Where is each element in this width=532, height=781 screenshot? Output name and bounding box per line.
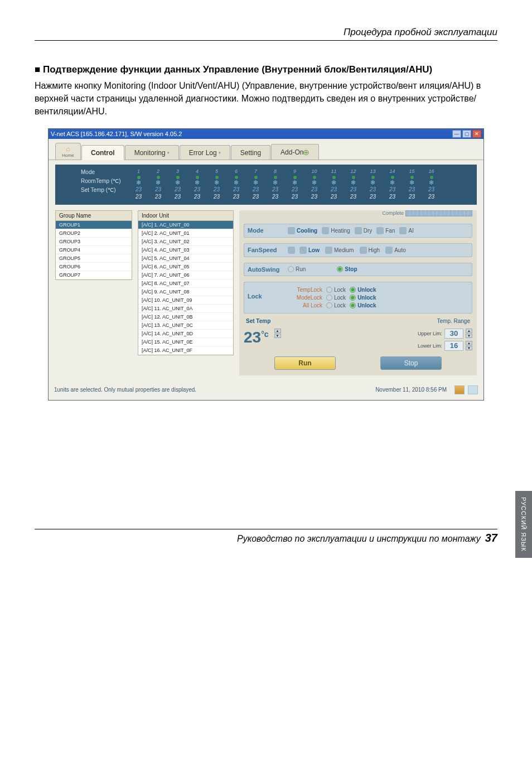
status-col[interactable]: 10❄2323 [307,168,322,200]
unit-item[interactable]: [A/C] 4. AC_UNIT_03 [138,246,233,254]
unit-item[interactable]: [A/C] 16. AC_UNIT_0F [138,346,233,355]
group-item[interactable]: GROUP3 [56,238,132,246]
unit-item[interactable]: [A/C] 15. AC_UNIT_0E [138,338,233,346]
mode-option[interactable]: AI [399,227,413,234]
unit-item[interactable]: [A/C] 7. AC_UNIT_06 [138,271,233,279]
titlebar: V-net ACS [165.186.42.171], S/W version … [49,129,483,139]
status-col[interactable]: 9❄2323 [287,168,303,200]
unit-item[interactable]: [A/C] 8. AC_UNIT_07 [138,279,233,288]
fanspeed-option[interactable]: Auto [385,247,406,254]
unlock-option[interactable]: Unlock [350,302,376,308]
section-body: Нажмите кнопку Monitoring (Indoor Unit/V… [35,79,497,118]
unit-item[interactable]: [A/C] 5. AC_UNIT_04 [138,254,233,263]
unit-item[interactable]: [A/C] 11. AC_UNIT_0A [138,305,233,313]
unit-item[interactable]: [A/C] 12. AC_UNIT_0B [138,313,233,321]
tab-monitoring[interactable]: Monitoring▾ [125,145,179,160]
fanspeed-option[interactable]: Low [299,247,320,254]
app-window: V-net ACS [165.186.42.171], S/W version … [48,128,484,401]
set-temp-value: 23°c [244,329,269,346]
settemp-stepper[interactable]: ▲▼ [274,329,281,338]
plus-icon: ⊕ [303,148,309,157]
upper-limit-label: Upper Lim: [411,331,442,336]
group-item[interactable]: GROUP4 [56,246,132,254]
status-col[interactable]: 16❄2323 [424,168,439,200]
fanspeed-group: FanSpeed LowMediumHighAuto [244,243,472,257]
maximize-button[interactable]: ▢ [462,130,471,138]
unit-item[interactable]: [A/C] 9. AC_UNIT_08 [138,288,233,296]
group-item[interactable]: GROUP1 [56,221,132,229]
unit-item[interactable]: [A/C] 3. AC_UNIT_02 [138,238,233,246]
status-col[interactable]: 8❄2323 [268,168,283,200]
tab-setting[interactable]: Setting [231,145,270,160]
complete-label: Complete [382,210,404,216]
unlock-option[interactable]: Unlock [350,295,376,301]
status-col[interactable]: 7❄2323 [248,168,264,200]
page-number: 37 [485,532,497,544]
status-col[interactable]: 1❄2323 [131,168,147,200]
monitor-icon[interactable] [468,385,478,394]
status-message: 1units are selected. Only mutual propert… [54,387,196,393]
unit-item[interactable]: [A/C] 2. AC_UNIT_01 [138,229,233,238]
unit-item[interactable]: [A/C] 10. AC_UNIT_09 [138,296,233,305]
running-header: Процедура пробной эксплуатации [35,27,497,38]
control-panel: Complete Mode CoolingHeatingDryFanAI Fan… [239,210,477,375]
lock-group: Lock TempLockLockUnlockModeLockLockUnloc… [244,282,472,314]
fanspeed-option[interactable]: High [360,247,380,254]
tab-home[interactable]: ⌂ Home [55,143,81,160]
group-item[interactable]: GROUP7 [56,271,132,279]
stop-button[interactable]: Stop [380,356,442,370]
tab-addon[interactable]: Add-On⊕ [271,144,319,160]
chevron-down-icon: ▾ [167,151,170,155]
tab-errorlog[interactable]: Error Log▾ [180,145,230,160]
footer-caption: Руководство по эксплуатации и инструкции… [237,534,481,544]
fanspeed-option[interactable]: Medium [325,247,354,254]
lock-option[interactable]: Lock [326,295,346,301]
status-col[interactable]: 3❄2323 [170,168,186,200]
autoswing-group: AutoSwing Run Stop [244,263,472,276]
status-col[interactable]: 6❄2323 [229,168,244,200]
unit-item[interactable]: [A/C] 6. AC_UNIT_05 [138,263,233,271]
upper-limit-value: 30 [444,329,463,339]
lock-row: ModeLockLockUnlock [288,295,468,301]
alert-icon[interactable] [454,385,465,394]
status-col[interactable]: 2❄2323 [151,168,166,200]
group-item[interactable]: GROUP5 [56,254,132,263]
window-title: V-net ACS [165.186.42.171], S/W version … [51,131,182,137]
autoswing-stop[interactable]: Stop [337,266,357,272]
mode-option[interactable]: Cooling [288,227,317,234]
mode-option[interactable]: Fan [376,227,395,234]
unit-item[interactable]: [A/C] 13. AC_UNIT_0C [138,321,233,330]
status-col[interactable]: 11❄2323 [326,168,342,200]
group-item[interactable]: GROUP6 [56,263,132,271]
mode-option[interactable]: Dry [355,227,373,234]
datetime: November 11, 2010 8:56 PM [375,387,447,393]
upper-limit-stepper[interactable]: ▲▼ [466,329,472,338]
status-col[interactable]: 14❄2323 [385,168,400,200]
progress-bar [405,210,472,216]
lock-option[interactable]: Lock [326,302,346,308]
status-col[interactable]: 4❄2323 [190,168,205,200]
lock-option[interactable]: Lock [326,287,346,293]
chevron-down-icon: ▾ [219,151,221,155]
roomtemp-label: RoomTemp (℃) [81,177,121,186]
autoswing-run[interactable]: Run [288,266,306,272]
status-col[interactable]: 15❄2323 [404,168,420,200]
group-list: Group Name GROUP1GROUP2GROUP3GROUP4GROUP… [55,210,132,280]
status-col[interactable]: 12❄2323 [346,168,361,200]
lock-row: TempLockLockUnlock [288,287,468,293]
group-item[interactable]: GROUP2 [56,229,132,238]
status-col[interactable]: 13❄2323 [365,168,381,200]
unit-item[interactable]: [A/C] 1. AC_UNIT_00 [138,221,233,229]
tab-control[interactable]: Control [81,145,124,160]
unlock-option[interactable]: Unlock [350,287,376,293]
close-button[interactable]: ✕ [472,130,481,138]
mode-option[interactable]: Heating [322,227,350,234]
status-col[interactable]: 5❄2323 [209,168,225,200]
run-button[interactable]: Run [274,356,336,370]
unit-item[interactable]: [A/C] 14. AC_UNIT_0D [138,330,233,338]
temp-range-label: Temp. Range [437,318,470,324]
settemp-label: Set Temp (℃) [81,186,121,195]
unit-list: Indoor Unit [A/C] 1. AC_UNIT_00[A/C] 2. … [138,210,234,355]
minimize-button[interactable]: — [452,130,461,138]
lower-limit-stepper[interactable]: ▲▼ [466,341,472,350]
